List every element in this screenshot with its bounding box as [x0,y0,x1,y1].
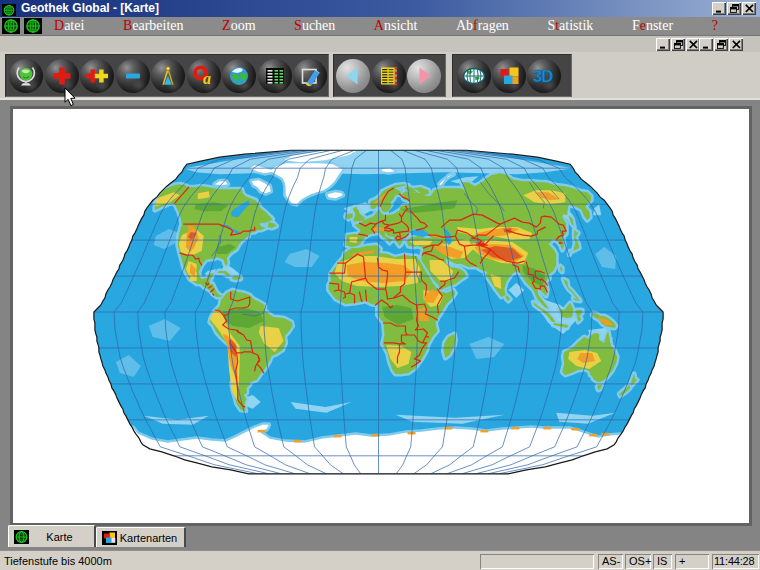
status-panel-os: OS+ [625,554,651,569]
world-map-canvas[interactable] [13,109,749,523]
menu-help[interactable]: ? [712,17,718,35]
menu-abfragen[interactable]: Abfragen [456,17,509,35]
window-title: Geothek Global - [Karte] [21,0,159,17]
restore-button[interactable] [714,38,728,51]
close-button[interactable] [729,38,743,51]
application-window: { "window": { "title": "Geothek Global -… [0,0,760,570]
restore-button[interactable] [727,2,741,15]
view-3d-icon: 3D [533,65,555,87]
app-globe-icon [2,2,16,15]
globe-grid-icon[interactable] [24,18,42,34]
toolbar-group-zoom: a [5,54,329,97]
map-types-icon [102,531,117,545]
search-a-icon: a [193,65,215,87]
tab-bar: Karte Kartenarten [0,523,760,550]
minimize-button[interactable] [656,38,670,51]
nav-back-button[interactable] [336,59,370,93]
measure-button[interactable] [151,59,185,93]
data-table-icon [264,65,286,87]
nav-forward-icon [413,65,435,87]
close-button[interactable] [686,38,700,51]
zoom-in-icon [51,65,73,87]
nav-back-icon [342,65,364,87]
menu-ansicht[interactable]: Ansicht [374,17,418,35]
status-panel-as: AS- [598,554,623,569]
minimize-icon [702,40,711,49]
globe-stand-icon [15,65,37,87]
status-panel-is: IS [653,554,672,569]
close-button[interactable] [742,2,756,15]
mdi-client-area [0,98,760,550]
globe-view-button[interactable] [457,59,491,93]
nav-forward-button[interactable] [407,59,441,93]
map-types-button[interactable] [492,59,526,93]
minimize-icon [659,40,668,49]
menu-items: DateiBearbeitenZoomSuchenAnsichtAbfragen… [54,17,718,35]
status-panel-114428: 11:44:28 [712,554,759,569]
mouse-cursor-icon [64,87,76,107]
zoom-out-button[interactable] [116,59,150,93]
close-icon [689,40,698,49]
restore-icon [717,40,726,49]
toolbar-group-nav [333,54,446,97]
zoom-in-strong-icon [86,65,108,87]
restore-button[interactable] [671,38,685,51]
close-icon [732,40,741,49]
map-types-icon [498,65,520,87]
zoom-in-strong-button[interactable] [80,59,114,93]
minimize-button[interactable] [699,38,713,51]
menu-datei[interactable]: Datei [54,17,84,35]
menu-fenster[interactable]: Fenster [632,17,673,35]
svg-text:3D: 3D [533,67,553,85]
close-icon [745,4,754,13]
data-table-button[interactable] [258,59,292,93]
globe-grid-icon [14,530,29,544]
menu-bearbeiten[interactable]: Bearbeiten [123,17,184,35]
toolbar: a [0,52,760,98]
map-sheet-button[interactable] [293,59,327,93]
toolbar-group-view: 3D [452,54,572,97]
title-bar[interactable]: Geothek Global - [Karte] [0,0,760,17]
search-name-button[interactable]: a [187,59,221,93]
menu-zoom[interactable]: Zoom [222,17,255,35]
status-message: Tiefenstufe bis 4000m [4,555,112,567]
view-3d-button[interactable]: 3D [527,59,561,93]
minimize-button[interactable] [712,2,726,15]
status-bar: Tiefenstufe bis 4000m AS-OS+IS+11:44:28 [0,550,760,570]
map-document-window [10,106,752,526]
tab-label: Karte [29,531,94,543]
status-panel-4: + [675,554,709,569]
tab-karte[interactable]: Karte [8,525,96,547]
minimize-icon [715,4,724,13]
svg-text:a: a [203,70,211,87]
globe-flat-icon [462,65,486,87]
menu-statistik[interactable]: Statistik [547,17,593,35]
menu-suchen[interactable]: Suchen [294,17,335,35]
data-sheet-button[interactable] [372,59,406,93]
earth-icon [228,65,250,87]
tab-label: Kartenarten [117,532,184,544]
compass-icon [157,65,179,87]
menu-bar: DateiBearbeitenZoomSuchenAnsichtAbfragen… [0,17,760,35]
zoom-out-icon [122,65,144,87]
globe-home-button[interactable] [9,59,43,93]
globe-grid-icon[interactable] [2,18,20,34]
data-sheet-icon [378,65,400,87]
tab-kartenarten[interactable]: Kartenarten [96,527,186,547]
restore-icon [674,40,683,49]
earth-button[interactable] [222,59,256,93]
map-sheet-icon [299,65,321,87]
status-panel-empty [480,554,594,569]
mdi-bar [0,35,760,52]
restore-icon [730,4,739,13]
